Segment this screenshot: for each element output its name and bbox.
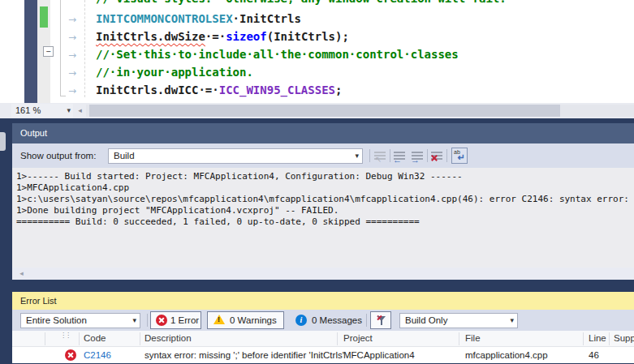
output-panel-titlebar[interactable]: Output bbox=[12, 123, 634, 143]
column-header-description[interactable]: Description bbox=[144, 331, 192, 346]
show-output-from-label: Show output from: bbox=[20, 143, 96, 168]
clear-all-icon[interactable] bbox=[430, 149, 443, 162]
editor-zoom-select[interactable]: 161 % ▾ bbox=[11, 104, 73, 118]
errors-count-label: 1 Error bbox=[170, 312, 199, 328]
chevron-down-icon: ▾ bbox=[132, 314, 136, 328]
right-arrow: → bbox=[411, 155, 420, 165]
column-separator bbox=[79, 332, 80, 345]
left-arrow: ← bbox=[393, 155, 402, 165]
code-token: sizeof bbox=[226, 30, 267, 43]
tab-arrow-icon: → bbox=[68, 29, 76, 45]
error-scope-value: Entire Solution bbox=[26, 314, 87, 328]
output-hscroll[interactable]: ◂ bbox=[12, 268, 634, 280]
code-token: ·=· bbox=[205, 30, 226, 43]
output-line: 1>MFCApplication4.cpp bbox=[16, 182, 634, 194]
code-line[interactable]: →InitCtrls.dwICC·=·ICC_WIN95_CLASSES; bbox=[0, 81, 634, 99]
hscroll-thumb[interactable] bbox=[89, 105, 560, 117]
messages-toggle-button[interactable]: 0 Messages bbox=[291, 311, 365, 329]
column-separator bbox=[140, 332, 140, 345]
hscroll-left-arrow[interactable]: ◂ bbox=[75, 105, 85, 117]
output-line: ========== Build: 0 succeeded, 1 failed,… bbox=[16, 216, 634, 228]
tab-arrow-icon: → bbox=[68, 11, 76, 28]
code-token: (InitCtrls); bbox=[267, 30, 349, 43]
column-header-file[interactable]: File bbox=[465, 331, 481, 346]
hscroll-left-arrow[interactable]: ◂ bbox=[16, 268, 27, 280]
goto-source-icon[interactable]: ↖ bbox=[373, 149, 386, 162]
error-icon bbox=[156, 315, 167, 326]
errors-toggle-button[interactable]: 1 Error bbox=[150, 311, 201, 329]
code-token: InitCtrls bbox=[239, 12, 301, 25]
warnings-count-label: 0 Warnings bbox=[230, 312, 277, 328]
toolbar-separator bbox=[147, 314, 148, 327]
next-message-icon[interactable]: → bbox=[411, 149, 424, 162]
error-icon bbox=[65, 349, 76, 361]
code-token: ; bbox=[335, 84, 342, 96]
toolbar-separator bbox=[427, 149, 428, 162]
code-line[interactable]: →InitCtrls.dwSize·=·sizeof(InitCtrls); bbox=[0, 28, 634, 45]
output-source-value: Build bbox=[114, 149, 135, 163]
toolbar-separator bbox=[369, 149, 370, 162]
toolbar-separator bbox=[366, 314, 367, 327]
output-source-select[interactable]: Build ▾ bbox=[108, 148, 363, 164]
side-panel-grip[interactable] bbox=[0, 132, 6, 151]
error-filter-value: Build Only bbox=[405, 314, 447, 328]
column-header-project[interactable]: Project bbox=[343, 331, 373, 346]
code-token: //·Set·this·to·include·all·the·common·co… bbox=[96, 48, 459, 61]
chevron-down-icon: ▾ bbox=[355, 149, 359, 163]
red-x bbox=[430, 154, 438, 162]
warnings-toggle-button[interactable]: 0 Warnings bbox=[207, 311, 284, 329]
column-separator bbox=[337, 332, 338, 345]
error-list-title: Error List bbox=[20, 296, 57, 306]
code-token: InitCtrls.dwICC·=· bbox=[96, 84, 219, 96]
code-token: · bbox=[233, 12, 239, 25]
error-table-row[interactable]: C2146 syntax error: missing ';' before i… bbox=[12, 347, 634, 363]
error-project-cell: MFCApplication4 bbox=[343, 347, 415, 363]
code-editor[interactable]: //·visual·styles.··Otherwise,·any·window… bbox=[0, 0, 634, 118]
editor-zoom-value: 161 % bbox=[15, 104, 41, 118]
word-wrap-icon[interactable]: ab ↵ bbox=[451, 148, 468, 164]
output-line: 1>c:\users\satyan\source\repos\mfcapplic… bbox=[16, 194, 634, 205]
chevron-down-icon: ▾ bbox=[67, 104, 71, 118]
toolbar-separator bbox=[446, 149, 447, 162]
outline-collapse-icon[interactable]: − bbox=[43, 46, 54, 57]
messages-count-label: 0 Messages bbox=[312, 311, 362, 329]
code-line[interactable]: →//·Set·this·to·include·all·the·common·c… bbox=[0, 45, 634, 63]
column-separator bbox=[459, 332, 459, 345]
column-chooser-icon[interactable]: ⋮⋮ bbox=[60, 332, 70, 339]
error-description-cell: syntax error: missing ';' before identif… bbox=[144, 347, 344, 363]
error-filter-select[interactable]: Build Only ▾ bbox=[399, 313, 518, 328]
error-list-titlebar[interactable]: Error List bbox=[12, 292, 634, 310]
tab-arrow-icon: → bbox=[68, 83, 76, 99]
return-arrow: ↵ bbox=[458, 152, 465, 163]
code-line[interactable]: →//·in·your·application. bbox=[0, 63, 634, 81]
code-token: INITCOMMONCONTROLSEX bbox=[96, 12, 233, 25]
column-separator bbox=[609, 332, 610, 345]
info-icon bbox=[295, 315, 307, 326]
code-line[interactable]: →INITCOMMONCONTROLSEX·InitCtrls bbox=[0, 10, 634, 28]
error-code-cell[interactable]: C2146 bbox=[84, 347, 111, 363]
warning-icon bbox=[213, 315, 225, 324]
output-log[interactable]: 1>------ Build started: Project: MFCAppl… bbox=[12, 168, 634, 268]
output-line: 1>Done building project "MFCApplication4… bbox=[16, 205, 634, 216]
code-line-partial[interactable]: //·visual·styles.··Otherwise,·any·window… bbox=[0, 0, 634, 7]
error-scope-select[interactable]: Entire Solution ▾ bbox=[20, 313, 140, 328]
chevron-down-icon: ▾ bbox=[510, 314, 514, 328]
column-separator bbox=[583, 332, 584, 345]
goto-source-arrow: ↖ bbox=[375, 155, 382, 164]
filter-icon[interactable] bbox=[370, 311, 391, 329]
output-panel-title: Output bbox=[20, 128, 47, 138]
column-header-code[interactable]: Code bbox=[84, 331, 106, 346]
toolbar-separator bbox=[390, 149, 390, 162]
previous-message-icon[interactable]: ← bbox=[393, 149, 406, 162]
output-line: 1>------ Build started: Project: MFCAppl… bbox=[16, 171, 634, 182]
column-header-line[interactable]: Line bbox=[589, 331, 606, 346]
tab-arrow-icon: → bbox=[68, 65, 76, 81]
column-separator bbox=[45, 332, 45, 345]
code-token: InitCtrls.dwSize bbox=[96, 30, 205, 43]
code-token: //·in·your·application. bbox=[96, 66, 253, 79]
tab-arrow-icon: → bbox=[68, 47, 76, 63]
column-header-suppression[interactable]: Supp bbox=[614, 331, 634, 346]
error-line-cell: 46 bbox=[589, 347, 599, 363]
funnel-glyph bbox=[377, 316, 386, 321]
error-grid-header: ⋮⋮ Code Description Project File Line Su… bbox=[12, 331, 634, 347]
